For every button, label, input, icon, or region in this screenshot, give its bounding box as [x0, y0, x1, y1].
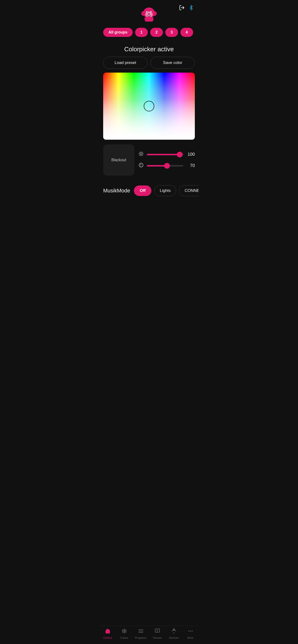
svg-point-15: [140, 152, 142, 155]
action-buttons: Load preset Save color: [99, 57, 199, 72]
brightness-thumb[interactable]: [177, 152, 183, 158]
svg-rect-14: [145, 18, 153, 20]
speed-slider-row: 70: [138, 162, 195, 169]
musikmode-bar: MusikMode Off Lights CONNECT: [99, 181, 199, 200]
svg-point-17: [141, 165, 141, 166]
sliders-container: 100 70: [138, 151, 195, 169]
tab-group-1[interactable]: 1: [135, 28, 148, 37]
svg-point-12: [149, 14, 150, 14]
brightness-value: 100: [186, 152, 195, 157]
tab-group-3[interactable]: 3: [165, 28, 178, 37]
speed-track[interactable]: [147, 165, 183, 166]
musikmode-lights-button[interactable]: Lights: [154, 185, 176, 196]
speed-thumb[interactable]: [164, 163, 170, 169]
colorpicker-cursor[interactable]: [144, 101, 154, 112]
colorpicker-canvas[interactable]: [103, 72, 195, 140]
brightness-icon: [138, 151, 144, 158]
musikmode-label: MusikMode: [103, 188, 130, 194]
tab-all-groups[interactable]: All groups: [103, 28, 133, 37]
bluetooth-icon[interactable]: [189, 5, 194, 12]
speed-icon: [138, 162, 144, 169]
tab-group-4[interactable]: 4: [181, 28, 193, 37]
blackout-button[interactable]: Blackout: [103, 144, 134, 176]
login-icon[interactable]: [179, 5, 185, 12]
colorpicker-wrapper: [99, 72, 199, 140]
tab-group-2[interactable]: 2: [150, 28, 163, 37]
svg-point-11: [148, 14, 149, 14]
brightness-fill: [147, 154, 180, 155]
app-logo: [140, 5, 158, 22]
speed-value: 70: [186, 163, 195, 168]
musikmode-connect-button[interactable]: CONNECT: [179, 185, 199, 196]
colorpicker-title: Colorpicker active: [99, 41, 199, 57]
save-color-button[interactable]: Save color: [151, 57, 195, 69]
speed-fill: [147, 165, 167, 166]
svg-point-8: [147, 12, 148, 13]
header: [99, 0, 199, 24]
header-actions: [179, 5, 194, 12]
brightness-track[interactable]: [147, 154, 183, 155]
brightness-slider-row: 100: [138, 151, 195, 158]
svg-point-9: [151, 12, 152, 13]
musikmode-off-button[interactable]: Off: [134, 186, 152, 196]
group-tabs: All groups 1 2 3 4: [99, 24, 199, 41]
load-preset-button[interactable]: Load preset: [103, 57, 147, 69]
controls-section: Blackout 100: [99, 144, 199, 176]
